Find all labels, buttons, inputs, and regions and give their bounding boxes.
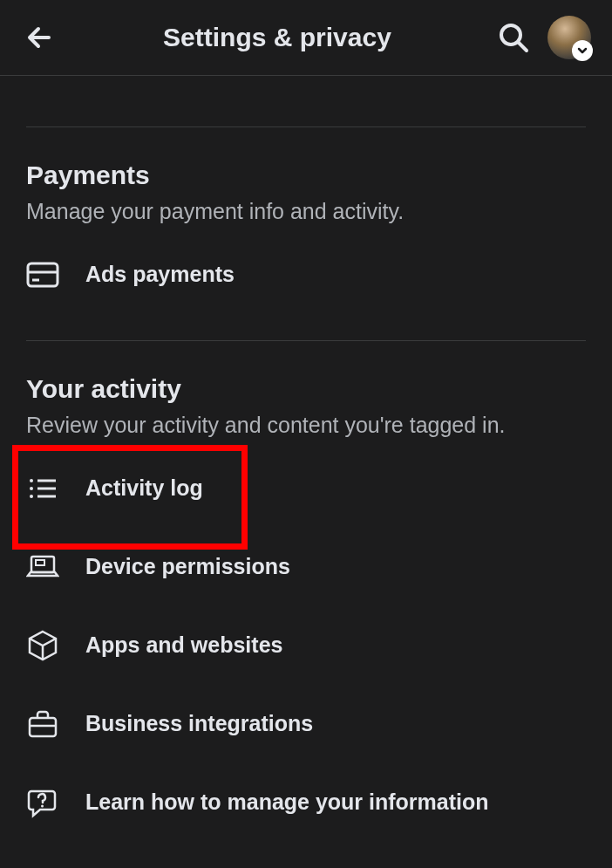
content-area: Payments Manage your payment info and ac… <box>0 126 612 842</box>
profile-menu[interactable] <box>547 16 591 59</box>
section-payments: Payments Manage your payment info and ac… <box>26 127 586 314</box>
chat-question-icon <box>26 786 59 819</box>
search-button[interactable] <box>495 19 532 56</box>
item-ads-payments[interactable]: Ads payments <box>26 236 586 314</box>
item-activity-log[interactable]: Activity log <box>26 449 586 528</box>
item-label: Business integrations <box>85 711 313 736</box>
search-icon <box>497 21 530 54</box>
page-title: Settings & privacy <box>59 23 495 52</box>
credit-card-icon <box>26 258 59 291</box>
app-header: Settings & privacy <box>0 0 612 76</box>
item-label: Ads payments <box>85 262 235 287</box>
item-label: Activity log <box>85 475 203 501</box>
item-label: Device permissions <box>85 554 290 579</box>
laptop-icon <box>26 550 59 584</box>
item-label: Learn how to manage your information <box>85 789 489 815</box>
svg-point-8 <box>30 495 33 498</box>
list-icon <box>26 472 59 505</box>
item-business-integrations[interactable]: Business integrations <box>26 685 586 763</box>
arrow-left-icon <box>23 20 58 55</box>
section-subtitle: Manage your payment info and activity. <box>26 197 586 227</box>
section-subtitle: Review your activity and content you're … <box>26 411 586 441</box>
svg-rect-1 <box>28 263 58 286</box>
svg-point-6 <box>30 487 33 490</box>
svg-point-4 <box>30 479 33 482</box>
back-button[interactable] <box>21 18 59 57</box>
svg-point-14 <box>41 804 44 807</box>
section-your-activity: Your activity Review your activity and c… <box>26 341 586 842</box>
section-title: Your activity <box>26 374 586 404</box>
section-title: Payments <box>26 161 586 190</box>
briefcase-icon <box>26 707 59 741</box>
svg-rect-11 <box>36 560 44 565</box>
item-learn-manage-info[interactable]: Learn how to manage your information <box>26 763 586 842</box>
cube-icon <box>26 629 59 662</box>
svg-rect-12 <box>30 718 56 736</box>
item-device-permissions[interactable]: Device permissions <box>26 528 586 606</box>
item-apps-websites[interactable]: Apps and websites <box>26 606 586 685</box>
item-label: Apps and websites <box>85 632 282 658</box>
chevron-down-icon <box>572 40 593 61</box>
